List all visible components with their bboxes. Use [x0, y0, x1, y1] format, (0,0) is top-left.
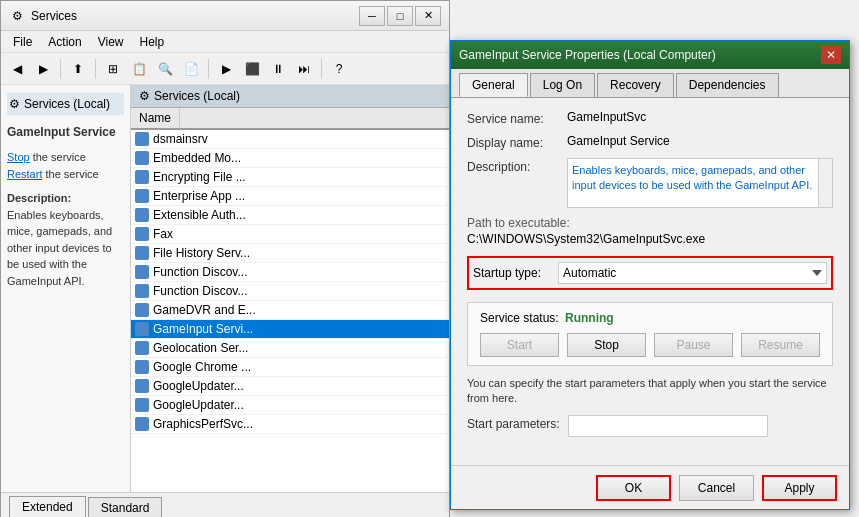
list-item[interactable]: GoogleUpdater... — [131, 377, 449, 396]
display-name-row: Display name: GameInput Service — [467, 134, 833, 150]
display-name-value: GameInput Service — [567, 134, 833, 148]
status-label: Service status: — [480, 311, 565, 325]
list-item[interactable]: GraphicsPerfSvc... — [131, 415, 449, 434]
service-icon — [135, 151, 149, 165]
start-button[interactable]: Start — [480, 333, 559, 357]
panel-header: ⚙ Services (Local) — [131, 85, 449, 108]
menu-action[interactable]: Action — [40, 33, 89, 51]
separator-4 — [321, 59, 322, 79]
forward-button[interactable]: ▶ — [31, 57, 55, 81]
apply-button[interactable]: Apply — [762, 475, 837, 501]
dialog-footer: OK Cancel Apply — [451, 465, 849, 509]
restart-button[interactable]: ⏭ — [292, 57, 316, 81]
service-icon — [135, 246, 149, 260]
menu-file[interactable]: File — [5, 33, 40, 51]
tab-standard[interactable]: Standard — [88, 497, 163, 517]
startup-type-section: Startup type: Automatic Automatic (Delay… — [467, 256, 833, 290]
service-icon — [135, 265, 149, 279]
service-icon — [135, 303, 149, 317]
list-item[interactable]: Encrypting File ... — [131, 168, 449, 187]
note-text: You can specify the start parameters tha… — [467, 376, 833, 407]
pause-button[interactable]: Pause — [654, 333, 733, 357]
cancel-button[interactable]: Cancel — [679, 475, 754, 501]
service-icon — [135, 284, 149, 298]
maximize-button[interactable]: □ — [387, 6, 413, 26]
start-params-input[interactable] — [568, 415, 768, 437]
description-scrollbar[interactable] — [818, 159, 832, 207]
list-item[interactable]: Embedded Mo... — [131, 149, 449, 168]
name-column-header[interactable]: Name — [131, 108, 180, 128]
service-icon — [135, 398, 149, 412]
toolbar: ◀ ▶ ⬆ ⊞ 📋 🔍 📄 ▶ ⬛ ⏸ ⏭ ? — [1, 53, 449, 85]
status-value: Running — [565, 311, 614, 325]
service-list[interactable]: dsmainsrv Embedded Mo... Encrypting File… — [131, 130, 449, 492]
stop-button[interactable]: Stop — [567, 333, 646, 357]
restart-service-link[interactable]: Restart — [7, 168, 42, 180]
stop-service-link[interactable]: Stop — [7, 151, 30, 163]
list-item[interactable]: Fax — [131, 225, 449, 244]
stop-button[interactable]: ⬛ — [240, 57, 264, 81]
ok-button[interactable]: OK — [596, 475, 671, 501]
path-value: C:\WINDOWS\System32\GameInputSvc.exe — [467, 232, 833, 246]
list-item[interactable]: Enterprise App ... — [131, 187, 449, 206]
show-hide-button[interactable]: ⊞ — [101, 57, 125, 81]
list-item[interactable]: dsmainsrv — [131, 130, 449, 149]
up-button[interactable]: ⬆ — [66, 57, 90, 81]
tab-logon[interactable]: Log On — [530, 73, 595, 97]
menu-view[interactable]: View — [90, 33, 132, 51]
export-button[interactable]: 📄 — [179, 57, 203, 81]
menu-help[interactable]: Help — [132, 33, 173, 51]
back-button[interactable]: ◀ — [5, 57, 29, 81]
service-icon — [135, 208, 149, 222]
menu-bar: File Action View Help — [1, 31, 449, 53]
path-label: Path to executable: — [467, 216, 833, 230]
list-item[interactable]: GameDVR and E... — [131, 301, 449, 320]
right-panel: ⚙ Services (Local) Name dsmainsrv Embedd… — [131, 85, 449, 492]
list-item[interactable]: File History Serv... — [131, 244, 449, 263]
tab-general[interactable]: General — [459, 73, 528, 97]
panel-icon: ⚙ — [139, 89, 150, 103]
tab-extended[interactable]: Extended — [9, 496, 86, 517]
service-icon — [135, 322, 149, 336]
startup-type-select[interactable]: Automatic Automatic (Delayed Start) Manu… — [558, 262, 827, 284]
properties-button[interactable]: 📋 — [127, 57, 151, 81]
list-item-selected[interactable]: GameInput Servi... — [131, 320, 449, 339]
dialog-title: GameInput Service Properties (Local Comp… — [459, 48, 821, 62]
list-item[interactable]: Function Discov... — [131, 263, 449, 282]
tab-recovery[interactable]: Recovery — [597, 73, 674, 97]
tab-dependencies[interactable]: Dependencies — [676, 73, 779, 97]
service-name-row: Service name: GameInputSvc — [467, 110, 833, 126]
resume-button[interactable]: Resume — [741, 333, 820, 357]
service-detail: GameInput Service Stop the service Resta… — [7, 123, 124, 289]
service-control-buttons: Start Stop Pause Resume — [480, 333, 820, 357]
params-label: Start parameters: — [467, 417, 560, 431]
list-item[interactable]: Geolocation Ser... — [131, 339, 449, 358]
service-icon — [135, 341, 149, 355]
service-name-value: GameInputSvc — [567, 110, 833, 124]
description-textarea[interactable]: Enables keyboards, mice, gamepads, and o… — [567, 158, 833, 208]
play-button[interactable]: ▶ — [214, 57, 238, 81]
separator-2 — [95, 59, 96, 79]
app-icon: ⚙ — [9, 8, 25, 24]
dialog-close-button[interactable]: ✕ — [821, 46, 841, 64]
service-icon — [135, 360, 149, 374]
list-item[interactable]: Function Discov... — [131, 282, 449, 301]
pause-button[interactable]: ⏸ — [266, 57, 290, 81]
list-item[interactable]: GoogleUpdater... — [131, 396, 449, 415]
service-icon — [135, 170, 149, 184]
left-panel-icon: ⚙ — [9, 97, 20, 111]
bottom-tabs: Extended Standard — [1, 492, 449, 517]
service-description: Enables keyboards, mice, gamepads, and o… — [7, 207, 124, 290]
startup-row: Startup type: Automatic Automatic (Delay… — [473, 262, 827, 284]
minimize-button[interactable]: ─ — [359, 6, 385, 26]
description-text: Enables keyboards, mice, gamepads, and o… — [572, 164, 812, 191]
close-button[interactable]: ✕ — [415, 6, 441, 26]
service-icon — [135, 189, 149, 203]
list-item[interactable]: Extensible Auth... — [131, 206, 449, 225]
main-window: ⚙ Services ─ □ ✕ File Action View Help ◀… — [0, 0, 450, 517]
help-button[interactable]: ? — [327, 57, 351, 81]
list-item[interactable]: Google Chrome ... — [131, 358, 449, 377]
refresh-button[interactable]: 🔍 — [153, 57, 177, 81]
service-name-label: Service name: — [467, 110, 567, 126]
description-label: Description: — [467, 158, 567, 174]
